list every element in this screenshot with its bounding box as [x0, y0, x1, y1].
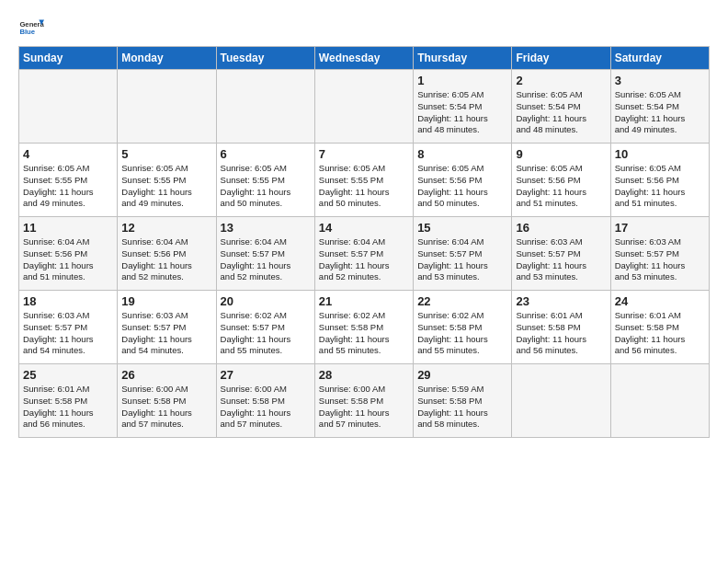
col-header-sunday: Sunday	[19, 47, 118, 70]
calendar-day-cell: 26Sunrise: 6:00 AM Sunset: 5:58 PM Dayli…	[118, 364, 216, 438]
svg-text:Blue: Blue	[19, 28, 35, 36]
day-info: Sunrise: 6:04 AM Sunset: 5:56 PM Dayligh…	[23, 236, 113, 283]
calendar-header-row: SundayMondayTuesdayWednesdayThursdayFrid…	[19, 47, 710, 70]
col-header-monday: Monday	[118, 47, 216, 70]
day-info: Sunrise: 6:04 AM Sunset: 5:57 PM Dayligh…	[319, 236, 409, 283]
day-info: Sunrise: 6:05 AM Sunset: 5:56 PM Dayligh…	[615, 163, 705, 210]
calendar-day-cell: 28Sunrise: 6:00 AM Sunset: 5:58 PM Dayli…	[314, 364, 413, 438]
calendar-day-cell: 2Sunrise: 6:05 AM Sunset: 5:54 PM Daylig…	[512, 70, 610, 144]
day-number: 4	[23, 147, 113, 161]
calendar-day-cell: 11Sunrise: 6:04 AM Sunset: 5:56 PM Dayli…	[19, 217, 118, 291]
day-info: Sunrise: 6:01 AM Sunset: 5:58 PM Dayligh…	[516, 310, 606, 357]
day-info: Sunrise: 6:05 AM Sunset: 5:55 PM Dayligh…	[319, 163, 409, 210]
day-number: 25	[23, 368, 113, 382]
day-number: 9	[516, 147, 606, 161]
calendar-day-cell: 5Sunrise: 6:05 AM Sunset: 5:55 PM Daylig…	[118, 144, 216, 217]
day-number: 1	[417, 74, 507, 87]
day-info: Sunrise: 6:01 AM Sunset: 5:58 PM Dayligh…	[23, 384, 113, 431]
day-number: 24	[615, 294, 705, 308]
day-info: Sunrise: 6:00 AM Sunset: 5:58 PM Dayligh…	[221, 384, 311, 431]
day-number: 16	[516, 221, 606, 235]
day-info: Sunrise: 5:59 AM Sunset: 5:58 PM Dayligh…	[417, 384, 507, 431]
day-number: 14	[319, 221, 409, 235]
day-number: 10	[615, 147, 705, 161]
day-number: 7	[319, 147, 409, 161]
empty-cell	[610, 364, 709, 438]
day-number: 12	[121, 221, 211, 235]
day-number: 6	[221, 147, 311, 161]
day-info: Sunrise: 6:04 AM Sunset: 5:56 PM Dayligh…	[121, 236, 211, 283]
calendar-day-cell: 22Sunrise: 6:02 AM Sunset: 5:58 PM Dayli…	[414, 291, 512, 364]
day-number: 19	[121, 294, 211, 308]
day-number: 22	[417, 294, 507, 308]
day-info: Sunrise: 6:05 AM Sunset: 5:54 PM Dayligh…	[516, 89, 606, 136]
day-number: 3	[615, 74, 705, 87]
calendar-day-cell: 19Sunrise: 6:03 AM Sunset: 5:57 PM Dayli…	[118, 291, 216, 364]
calendar-day-cell: 7Sunrise: 6:05 AM Sunset: 5:55 PM Daylig…	[314, 144, 413, 217]
empty-cell	[512, 364, 610, 438]
day-number: 23	[516, 294, 606, 308]
day-info: Sunrise: 6:05 AM Sunset: 5:54 PM Dayligh…	[417, 89, 507, 136]
empty-cell	[314, 70, 413, 144]
day-info: Sunrise: 6:03 AM Sunset: 5:57 PM Dayligh…	[516, 236, 606, 283]
calendar-day-cell: 9Sunrise: 6:05 AM Sunset: 5:56 PM Daylig…	[512, 144, 610, 217]
calendar-day-cell: 8Sunrise: 6:05 AM Sunset: 5:56 PM Daylig…	[414, 144, 512, 217]
calendar-week-row: 18Sunrise: 6:03 AM Sunset: 5:57 PM Dayli…	[19, 291, 710, 364]
day-number: 18	[23, 294, 113, 308]
empty-cell	[19, 70, 118, 144]
calendar-week-row: 25Sunrise: 6:01 AM Sunset: 5:58 PM Dayli…	[19, 364, 710, 438]
day-number: 13	[221, 221, 311, 235]
empty-cell	[216, 70, 314, 144]
col-header-wednesday: Wednesday	[314, 47, 413, 70]
day-info: Sunrise: 6:02 AM Sunset: 5:58 PM Dayligh…	[319, 310, 409, 357]
calendar-day-cell: 21Sunrise: 6:02 AM Sunset: 5:58 PM Dayli…	[314, 291, 413, 364]
day-info: Sunrise: 6:05 AM Sunset: 5:55 PM Dayligh…	[221, 163, 311, 210]
day-info: Sunrise: 6:05 AM Sunset: 5:55 PM Dayligh…	[23, 163, 113, 210]
day-info: Sunrise: 6:00 AM Sunset: 5:58 PM Dayligh…	[121, 384, 211, 431]
calendar-day-cell: 4Sunrise: 6:05 AM Sunset: 5:55 PM Daylig…	[19, 144, 118, 217]
day-info: Sunrise: 6:02 AM Sunset: 5:58 PM Dayligh…	[417, 310, 507, 357]
day-info: Sunrise: 6:05 AM Sunset: 5:56 PM Dayligh…	[417, 163, 507, 210]
logo-icon: General Blue	[18, 15, 44, 40]
calendar-day-cell: 23Sunrise: 6:01 AM Sunset: 5:58 PM Dayli…	[512, 291, 610, 364]
day-info: Sunrise: 6:05 AM Sunset: 5:55 PM Dayligh…	[121, 163, 211, 210]
calendar-day-cell: 1Sunrise: 6:05 AM Sunset: 5:54 PM Daylig…	[414, 70, 512, 144]
calendar-day-cell: 20Sunrise: 6:02 AM Sunset: 5:57 PM Dayli…	[216, 291, 314, 364]
day-info: Sunrise: 6:03 AM Sunset: 5:57 PM Dayligh…	[615, 236, 705, 283]
calendar-week-row: 11Sunrise: 6:04 AM Sunset: 5:56 PM Dayli…	[19, 217, 710, 291]
calendar-day-cell: 12Sunrise: 6:04 AM Sunset: 5:56 PM Dayli…	[118, 217, 216, 291]
calendar-day-cell: 6Sunrise: 6:05 AM Sunset: 5:55 PM Daylig…	[216, 144, 314, 217]
day-info: Sunrise: 6:00 AM Sunset: 5:58 PM Dayligh…	[319, 384, 409, 431]
calendar-day-cell: 3Sunrise: 6:05 AM Sunset: 5:54 PM Daylig…	[610, 70, 709, 144]
calendar-day-cell: 25Sunrise: 6:01 AM Sunset: 5:58 PM Dayli…	[19, 364, 118, 438]
calendar-day-cell: 24Sunrise: 6:01 AM Sunset: 5:58 PM Dayli…	[610, 291, 709, 364]
day-number: 17	[615, 221, 705, 235]
calendar-day-cell: 15Sunrise: 6:04 AM Sunset: 5:57 PM Dayli…	[414, 217, 512, 291]
day-info: Sunrise: 6:05 AM Sunset: 5:56 PM Dayligh…	[516, 163, 606, 210]
col-header-tuesday: Tuesday	[216, 47, 314, 70]
day-number: 29	[417, 368, 507, 382]
calendar-day-cell: 13Sunrise: 6:04 AM Sunset: 5:57 PM Dayli…	[216, 217, 314, 291]
page-header: General Blue	[18, 15, 710, 40]
day-info: Sunrise: 6:03 AM Sunset: 5:57 PM Dayligh…	[121, 310, 211, 357]
day-number: 20	[221, 294, 311, 308]
day-number: 26	[121, 368, 211, 382]
col-header-thursday: Thursday	[414, 47, 512, 70]
calendar-week-row: 1Sunrise: 6:05 AM Sunset: 5:54 PM Daylig…	[19, 70, 710, 144]
empty-cell	[118, 70, 216, 144]
calendar-day-cell: 29Sunrise: 5:59 AM Sunset: 5:58 PM Dayli…	[414, 364, 512, 438]
calendar-day-cell: 16Sunrise: 6:03 AM Sunset: 5:57 PM Dayli…	[512, 217, 610, 291]
calendar-week-row: 4Sunrise: 6:05 AM Sunset: 5:55 PM Daylig…	[19, 144, 710, 217]
calendar-day-cell: 27Sunrise: 6:00 AM Sunset: 5:58 PM Dayli…	[216, 364, 314, 438]
day-info: Sunrise: 6:04 AM Sunset: 5:57 PM Dayligh…	[221, 236, 311, 283]
day-number: 5	[121, 147, 211, 161]
day-info: Sunrise: 6:04 AM Sunset: 5:57 PM Dayligh…	[417, 236, 507, 283]
day-info: Sunrise: 6:02 AM Sunset: 5:57 PM Dayligh…	[221, 310, 311, 357]
day-number: 21	[319, 294, 409, 308]
day-info: Sunrise: 6:01 AM Sunset: 5:58 PM Dayligh…	[615, 310, 705, 357]
day-number: 27	[221, 368, 311, 382]
calendar-day-cell: 18Sunrise: 6:03 AM Sunset: 5:57 PM Dayli…	[19, 291, 118, 364]
day-number: 8	[417, 147, 507, 161]
day-info: Sunrise: 6:03 AM Sunset: 5:57 PM Dayligh…	[23, 310, 113, 357]
col-header-friday: Friday	[512, 47, 610, 70]
